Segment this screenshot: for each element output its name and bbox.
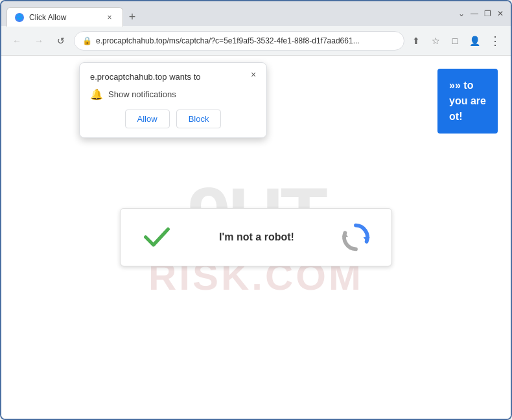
extensions-icon[interactable]: □ <box>447 33 463 49</box>
captcha-label: I'm not a robot! <box>219 231 294 243</box>
popup-title: e.procaptchahub.top wants to <box>90 72 256 82</box>
tab-title: Click Allow <box>29 13 99 22</box>
active-tab[interactable]: 🌐 Click Allow × <box>6 7 123 27</box>
checkmark-icon <box>140 219 174 253</box>
page-content: 9HT RISK.COM »» to you are ot! × e.proca… <box>1 56 511 419</box>
popup-notification-text: Show notifications <box>108 89 176 99</box>
blue-banner: »» to you are ot! <box>437 69 498 134</box>
title-bar: 🌐 Click Allow × + ⌄ — ❐ ✕ <box>1 1 511 26</box>
captcha-checkmark <box>140 219 174 255</box>
bell-icon: 🔔 <box>90 88 103 100</box>
tab-favicon: 🌐 <box>15 13 24 22</box>
reload-button[interactable]: ↺ <box>52 32 70 50</box>
restore-button[interactable]: ❐ <box>482 8 493 19</box>
blue-banner-line1: »» to <box>449 78 486 93</box>
notification-popup: × e.procaptchahub.top wants to 🔔 Show no… <box>79 62 267 138</box>
blue-banner-line3: ot! <box>449 109 486 124</box>
allow-button[interactable]: Allow <box>125 110 170 128</box>
popup-buttons: Allow Block <box>90 110 256 128</box>
chevron-down-icon[interactable]: ⌄ <box>456 8 467 19</box>
recaptcha-icon <box>340 221 372 253</box>
window-controls: ⌄ — ❐ ✕ <box>456 8 506 19</box>
profile-icon[interactable]: 👤 <box>467 33 482 49</box>
bookmark-icon[interactable]: ☆ <box>428 33 443 49</box>
recaptcha-logo <box>340 221 372 253</box>
tab-close-button[interactable]: × <box>104 12 115 23</box>
popup-notification-row: 🔔 Show notifications <box>90 88 256 100</box>
share-icon[interactable]: ⬆ <box>408 33 424 49</box>
block-button[interactable]: Block <box>176 110 222 128</box>
popup-close-button[interactable]: × <box>247 68 260 81</box>
browser-window: 🌐 Click Allow × + ⌄ — ❐ ✕ ← → ↺ 🔒 e.proc… <box>0 0 512 420</box>
back-button[interactable]: ← <box>8 32 26 50</box>
url-text: e.procaptchahub.top/ms/captcha/?c=5e1f9a… <box>96 36 396 45</box>
tab-area: 🌐 Click Allow × + <box>6 1 452 26</box>
blue-banner-line2: you are <box>449 93 486 109</box>
url-bar[interactable]: 🔒 e.procaptchahub.top/ms/captcha/?c=5e1f… <box>74 31 404 51</box>
close-button[interactable]: ✕ <box>495 8 506 19</box>
captcha-box: I'm not a robot! <box>120 208 392 266</box>
more-button[interactable]: ⋮ <box>486 32 504 50</box>
forward-button[interactable]: → <box>30 32 48 50</box>
new-tab-button[interactable]: + <box>123 8 141 26</box>
lock-icon: 🔒 <box>82 36 92 45</box>
address-bar: ← → ↺ 🔒 e.procaptchahub.top/ms/captcha/?… <box>1 26 511 56</box>
minimize-button[interactable]: — <box>469 8 480 19</box>
